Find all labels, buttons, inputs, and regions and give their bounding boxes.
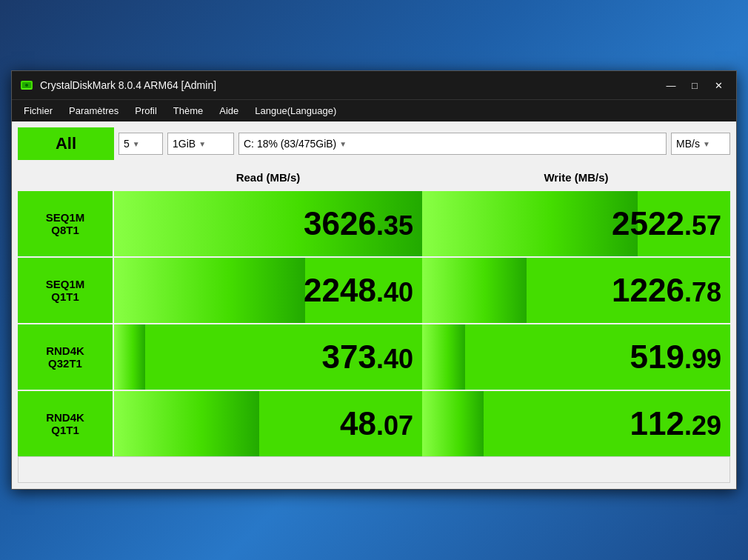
menu-fichier[interactable]: Fichier <box>16 103 60 119</box>
unit-dropdown[interactable]: MB/s ▼ <box>671 133 730 155</box>
row-2-read-value: 373.40 <box>322 341 413 373</box>
size-dropdown[interactable]: 1GiB ▼ <box>167 133 234 155</box>
main-content: All 5 ▼ 1GiB ▼ C: 18% (83/475GiB) ▼ MB/s… <box>12 121 736 489</box>
unit-dropdown-arrow: ▼ <box>703 140 710 148</box>
title-bar: CrystalDiskMark 8.0.4 ARM64 [Admin] — □ … <box>12 71 736 99</box>
top-controls: All 5 ▼ 1GiB ▼ C: 18% (83/475GiB) ▼ MB/s… <box>18 127 730 160</box>
row-1-read: 2248.40 <box>114 258 422 323</box>
row-0-write: 2522.57 <box>422 191 730 256</box>
menu-profil[interactable]: Profil <box>127 103 164 119</box>
close-button[interactable]: ✕ <box>708 77 729 93</box>
menu-parametres[interactable]: Paramètres <box>61 103 126 119</box>
table-row: RND4K Q1T1 48.07 112.29 <box>18 390 730 456</box>
main-window: CrystalDiskMark 8.0.4 ARM64 [Admin] — □ … <box>11 70 737 490</box>
header-row: Read (MB/s) Write (MB/s) <box>18 164 730 190</box>
row-0-read: 3626.35 <box>114 191 422 256</box>
row-2-label: RND4K Q32T1 <box>18 324 114 390</box>
row-1-write: 1226.78 <box>422 258 730 323</box>
menu-aide[interactable]: Aide <box>212 103 246 119</box>
window-controls: — □ ✕ <box>661 77 729 93</box>
row-3-read-value: 48.07 <box>340 407 413 440</box>
count-dropdown-arrow: ▼ <box>133 140 140 148</box>
table-row: RND4K Q32T1 373.40 519.99 <box>18 323 730 390</box>
maximize-button[interactable]: □ <box>684 77 705 93</box>
app-icon <box>19 78 34 93</box>
row-2-read: 373.40 <box>114 324 422 390</box>
row-3-write: 112.29 <box>422 391 730 456</box>
row-2-write-value: 519.99 <box>630 341 721 373</box>
header-label <box>18 164 114 190</box>
row-0-write-value: 2522.57 <box>612 207 721 240</box>
count-dropdown[interactable]: 5 ▼ <box>118 133 163 155</box>
table-row: SEQ1M Q8T1 3626.35 2522.57 <box>18 190 730 256</box>
menu-theme[interactable]: Thème <box>166 103 210 119</box>
header-write: Write (MB/s) <box>422 164 730 190</box>
size-dropdown-arrow: ▼ <box>198 140 206 148</box>
drive-dropdown-arrow: ▼ <box>339 140 347 148</box>
row-2-write: 519.99 <box>422 324 730 390</box>
row-1-read-value: 2248.40 <box>304 274 413 307</box>
all-button[interactable]: All <box>18 127 114 160</box>
row-1-write-value: 1226.78 <box>612 274 721 307</box>
drive-dropdown[interactable]: C: 18% (83/475GiB) ▼ <box>238 133 667 155</box>
title-bar-left: CrystalDiskMark 8.0.4 ARM64 [Admin] <box>19 78 216 93</box>
table-row: SEQ1M Q1T1 2248.40 1226.78 <box>18 256 730 323</box>
results-grid: Read (MB/s) Write (MB/s) SEQ1M Q8T1 3626… <box>18 164 730 456</box>
header-read: Read (MB/s) <box>114 164 422 190</box>
minimize-button[interactable]: — <box>661 77 681 93</box>
row-1-label: SEQ1M Q1T1 <box>18 258 114 323</box>
row-0-read-value: 3626.35 <box>304 207 413 240</box>
svg-point-2 <box>25 84 28 87</box>
menu-bar: Fichier Paramètres Profil Thème Aide Lan… <box>12 99 736 121</box>
menu-langue[interactable]: Langue(Language) <box>247 103 344 119</box>
status-bar <box>18 456 730 483</box>
window-title: CrystalDiskMark 8.0.4 ARM64 [Admin] <box>40 79 216 91</box>
row-3-read: 48.07 <box>114 391 422 456</box>
row-0-label: SEQ1M Q8T1 <box>18 191 114 256</box>
row-3-label: RND4K Q1T1 <box>18 391 114 456</box>
svg-rect-3 <box>21 88 32 90</box>
row-3-write-value: 112.29 <box>630 407 721 440</box>
